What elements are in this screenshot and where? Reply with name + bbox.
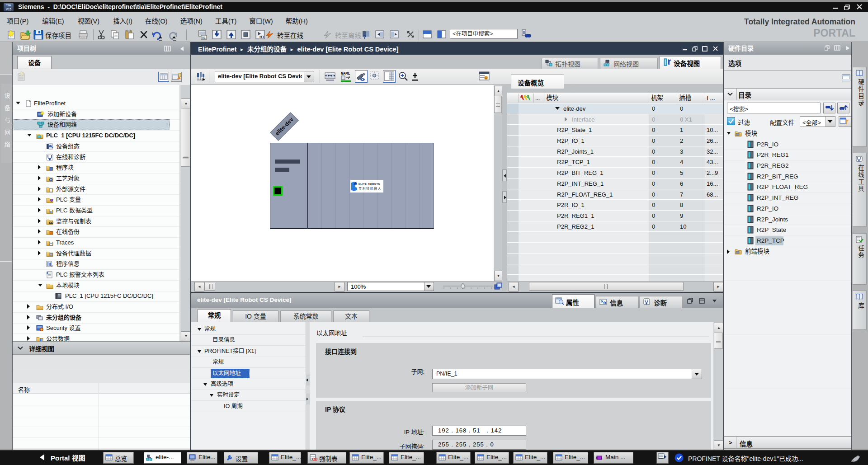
- svg-text:ELITE ROBOTS: ELITE ROBOTS: [359, 183, 380, 185]
- svg-text:i: i: [52, 264, 52, 268]
- svg-text:艾利特机器人: 艾利特机器人: [359, 187, 382, 191]
- svg-text:01: 01: [202, 36, 206, 39]
- svg-text:E: E: [50, 211, 52, 213]
- svg-text:NAME: NAME: [341, 71, 350, 76]
- svg-text:RT: RT: [259, 35, 264, 39]
- svg-text:?: ?: [363, 34, 366, 40]
- svg-text:i: i: [604, 301, 605, 304]
